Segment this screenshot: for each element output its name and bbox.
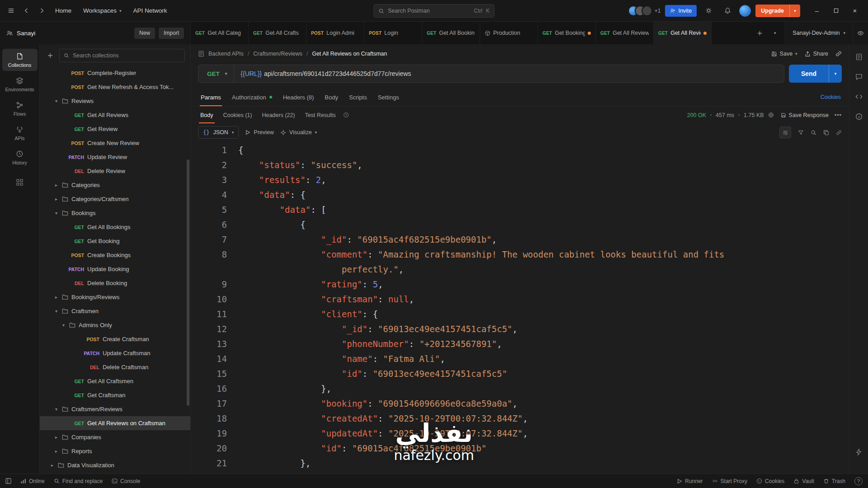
tree-request-row[interactable]: GETGet All Craftsmen	[40, 374, 190, 388]
response-tab-test-results[interactable]: Test Results	[300, 107, 340, 123]
tree-request-row[interactable]: POSTCreate Craftsman	[40, 332, 190, 346]
code-snippet-icon[interactable]	[855, 93, 863, 100]
sidebar-item-flows[interactable]: Flows	[2, 98, 38, 120]
save-response-button[interactable]: Save Response	[781, 112, 829, 118]
documentation-icon[interactable]	[855, 53, 863, 61]
sidebar-item-history[interactable]: History	[2, 146, 38, 169]
request-tab[interactable]: GETGet All Review	[654, 22, 712, 44]
chevron-right-icon[interactable]: ▸	[54, 183, 59, 188]
nav-home[interactable]: Home	[50, 4, 77, 18]
request-tab-authorization[interactable]: Authorization	[226, 88, 278, 106]
postbot-bolt-icon[interactable]	[855, 449, 862, 455]
tree-folder-row[interactable]: ▸Categories	[40, 178, 190, 192]
statusbar-vault[interactable]: Vault	[793, 478, 814, 484]
sidebar-scrollbar[interactable]	[187, 160, 189, 406]
preview-button[interactable]: Preview	[245, 129, 274, 136]
tree-request-row[interactable]: GETGet All Bookings	[40, 220, 190, 234]
visualize-button[interactable]: Visualize ▾	[280, 129, 317, 136]
tree-request-row[interactable]: POSTGet New Refresh & Access Tok...	[40, 80, 190, 94]
sidebar-item-apis[interactable]: APIs	[2, 122, 38, 144]
user-avatar[interactable]	[739, 5, 751, 17]
response-tab-headers-[interactable]: Headers (22)	[257, 107, 300, 123]
send-button[interactable]: Send	[789, 65, 829, 83]
tree-folder-row[interactable]: ▸Bookings/Reviews	[40, 290, 190, 304]
save-button[interactable]: Save ▾	[771, 51, 797, 57]
environment-selector[interactable]: Sanayi-Dev-Admin ▾	[785, 22, 853, 44]
chevron-right-icon[interactable]: ▸	[54, 197, 59, 202]
tree-folder-row[interactable]: ▾Reviews	[40, 94, 190, 108]
chevron-down-icon[interactable]: ▾	[54, 211, 59, 216]
sidebar-item-collections[interactable]: Collections	[2, 49, 38, 71]
chevron-right-icon[interactable]: ▸	[54, 295, 59, 300]
copy-response-icon[interactable]	[823, 130, 829, 136]
filter-icon[interactable]	[798, 130, 804, 136]
forward-icon[interactable]	[34, 4, 49, 18]
recent-responses-clock-icon[interactable]	[340, 112, 352, 118]
comments-icon[interactable]	[855, 73, 863, 80]
breadcrumb-folder[interactable]: Craftsmen/Reviews	[253, 51, 302, 57]
search-response-icon[interactable]	[811, 130, 816, 136]
chevron-right-icon[interactable]: ▸	[54, 449, 59, 454]
tree-folder-row[interactable]: ▾Bookings	[40, 206, 190, 220]
tab-list-chevron-icon[interactable]: ▾	[768, 26, 782, 40]
notifications-bell-icon[interactable]	[720, 4, 735, 18]
send-options-dropdown[interactable]: ▾	[829, 65, 842, 83]
tree-request-row[interactable]: GETGet All Reviews on Craftsman	[40, 416, 190, 430]
chevron-right-icon[interactable]: ▸	[50, 463, 55, 468]
team-avatars[interactable]: +1	[628, 5, 661, 16]
statusbar-start-proxy[interactable]: Start Proxy	[712, 478, 747, 484]
tree-folder-row[interactable]: ▸Reports	[40, 444, 190, 458]
request-tab-settings[interactable]: Settings	[373, 88, 405, 106]
window-minimize-button[interactable]: –	[807, 0, 826, 21]
response-tab-body[interactable]: Body	[195, 107, 218, 123]
request-tab[interactable]: GETGet All Bookin	[422, 22, 480, 44]
back-icon[interactable]	[19, 4, 33, 18]
response-tab-cookies-[interactable]: Cookies (1)	[218, 107, 257, 123]
request-tab-body[interactable]: Body	[319, 88, 344, 106]
breadcrumb-collection[interactable]: Backend APIs	[208, 51, 244, 57]
nav-api-network[interactable]: API Network	[128, 4, 173, 18]
tree-folder-row[interactable]: ▸Companies	[40, 430, 190, 444]
chevron-right-icon[interactable]: ▸	[54, 435, 59, 440]
tree-request-row[interactable]: POSTCreate New Review	[40, 136, 190, 150]
request-tab[interactable]: GETGet All Crafts	[249, 22, 307, 44]
tree-request-row[interactable]: GETGet All Reviews	[40, 108, 190, 122]
nav-workspaces[interactable]: Workspaces ▾	[78, 4, 127, 18]
tree-request-row[interactable]: DELDelete Booking	[40, 276, 190, 290]
request-tab[interactable]: POSTLogin	[364, 22, 422, 44]
statusbar-cookies[interactable]: Cookies	[756, 478, 784, 484]
invite-button[interactable]: Invite	[665, 5, 697, 17]
statusbar-online[interactable]: Online	[20, 478, 45, 484]
response-more-options-icon[interactable]: •••	[835, 112, 842, 118]
window-maximize-button[interactable]	[826, 0, 845, 21]
link-icon[interactable]	[836, 130, 842, 136]
tree-request-row[interactable]: GETGet Craftsman	[40, 388, 190, 402]
help-button[interactable]: ?	[854, 477, 863, 485]
import-button[interactable]: Import	[159, 28, 184, 39]
tree-folder-row[interactable]: ▾Craftsmen/Reviews	[40, 402, 190, 416]
window-close-button[interactable]: ×	[845, 0, 864, 21]
new-tab-plus-icon[interactable]	[752, 26, 767, 40]
tree-folder-row[interactable]: ▾Craftsmen	[40, 304, 190, 318]
share-button[interactable]: Share	[805, 51, 828, 57]
tree-folder-row[interactable]: ▸Categories/Craftsmen	[40, 192, 190, 206]
wrap-text-toggle-icon[interactable]	[779, 127, 791, 138]
info-icon[interactable]	[855, 113, 863, 120]
breadcrumb-request[interactable]: Get All Reviews on Craftsman	[312, 51, 387, 57]
copy-link-icon[interactable]	[835, 51, 842, 57]
tree-request-row[interactable]: PATCHUpdate Craftsman	[40, 346, 190, 360]
tree-folder-row[interactable]: ▸Data Visualization	[40, 458, 190, 472]
tree-folder-row[interactable]: ▸RESTful API Basics #blueprint	[40, 472, 190, 474]
tree-request-row[interactable]: DELDelete Review	[40, 164, 190, 178]
global-search-input[interactable]: Search Postman Ctrl K	[373, 4, 495, 18]
statusbar-trash[interactable]: Trash	[823, 478, 845, 484]
cookies-link[interactable]: Cookies	[821, 94, 844, 100]
environment-quick-look-icon[interactable]	[853, 22, 868, 44]
tree-folder-row[interactable]: ▾Admins Only	[40, 318, 190, 332]
method-select[interactable]: GET ▾	[198, 65, 234, 82]
tree-request-row[interactable]: GETGet Review	[40, 122, 190, 136]
url-input[interactable]: {{URL}} api/craftsmen/690141d2723d446525…	[234, 70, 417, 77]
tree-request-row[interactable]: PATCHUpdate Review	[40, 150, 190, 164]
chevron-down-icon[interactable]: ▾	[54, 99, 59, 103]
more-tools-grid-icon[interactable]	[16, 179, 23, 186]
